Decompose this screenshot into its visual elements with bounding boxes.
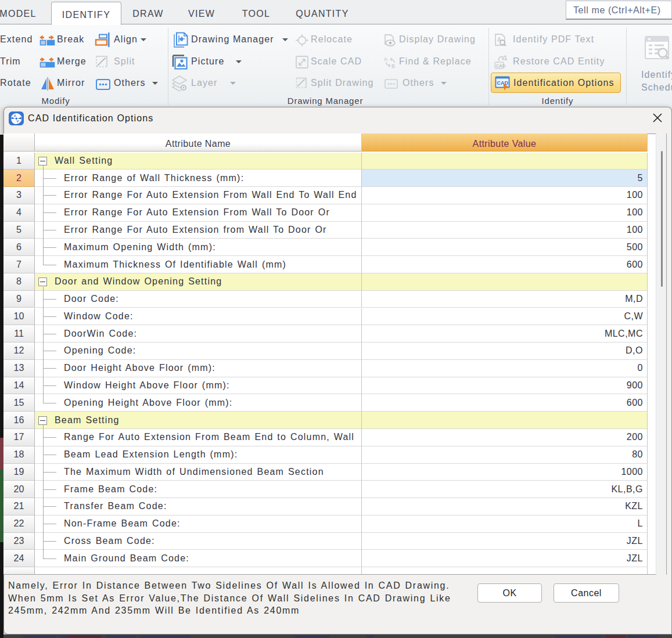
svg-text:B: B xyxy=(391,63,395,69)
svg-text:CAD: CAD xyxy=(496,63,506,69)
svg-text:A: A xyxy=(384,56,387,62)
svg-text:CAD: CAD xyxy=(497,80,508,86)
